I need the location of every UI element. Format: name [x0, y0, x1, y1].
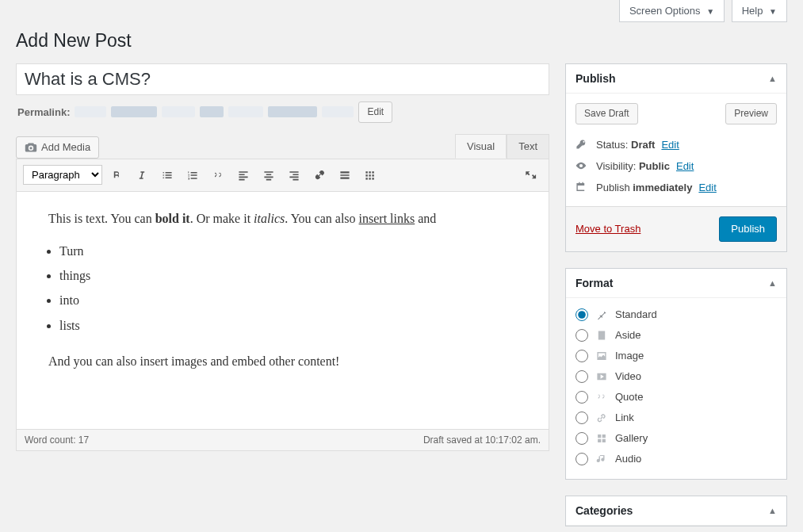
visibility-edit-link[interactable]: Edit — [676, 160, 694, 172]
list-item: things — [59, 265, 517, 286]
format-option-aside[interactable]: Aside — [575, 325, 777, 346]
align-center-button[interactable] — [258, 164, 280, 186]
tab-visual[interactable]: Visual — [455, 134, 507, 159]
editor-tabs: Visual Text — [455, 134, 549, 159]
editor-footer: Word count: 17 Draft saved at 10:17:02 a… — [16, 430, 549, 451]
document-icon — [595, 329, 609, 342]
add-media-label: Add Media — [41, 141, 90, 153]
image-icon — [595, 350, 609, 362]
categories-postbox: Categories ▲ — [565, 496, 787, 526]
help-tab[interactable]: Help ▼ — [732, 0, 787, 22]
status-row: Status: Draft Edit — [566, 134, 786, 155]
link-button[interactable] — [308, 164, 331, 186]
svg-rect-3 — [365, 174, 367, 176]
toggle-icon[interactable]: ▲ — [768, 506, 777, 515]
bullet-list-button[interactable] — [156, 164, 178, 186]
content-list: Turn things into lists — [59, 240, 517, 336]
permalink-redacted — [162, 106, 195, 117]
format-option-gallery[interactable]: Gallery — [575, 428, 777, 449]
format-option-standard[interactable]: Standard — [575, 304, 777, 325]
permalink-edit-button[interactable]: Edit — [358, 101, 392, 123]
word-count: Word count: 17 — [25, 434, 89, 446]
format-option-image[interactable]: Image — [575, 346, 777, 366]
format-radio[interactable] — [575, 329, 588, 342]
svg-rect-2 — [372, 171, 373, 173]
format-label: Quote — [615, 391, 643, 403]
editor-content[interactable]: This is text. You can bold it. Or make i… — [16, 192, 549, 430]
move-to-trash-link[interactable]: Move to Trash — [575, 223, 640, 235]
svg-rect-4 — [369, 174, 370, 176]
format-option-audio[interactable]: Audio — [575, 449, 777, 469]
visibility-row: Visibility: Public Edit — [566, 155, 786, 177]
svg-rect-8 — [372, 178, 373, 179]
permalink-row: Permalink: Edit — [16, 95, 549, 134]
toggle-icon[interactable]: ▲ — [768, 278, 777, 288]
kitchen-sink-button[interactable] — [359, 164, 381, 186]
permalink-redacted — [322, 106, 354, 117]
svg-rect-5 — [372, 174, 373, 176]
format-option-link[interactable]: Link — [575, 408, 777, 428]
format-label: Standard — [615, 308, 657, 320]
content-paragraph: This is text. You can bold it. Or make i… — [48, 208, 517, 229]
preview-button[interactable]: Preview — [725, 103, 777, 124]
schedule-edit-link[interactable]: Edit — [698, 182, 716, 193]
camera-icon — [25, 141, 37, 154]
screen-options-tab[interactable]: Screen Options ▼ — [619, 0, 725, 22]
categories-heading: Categories — [575, 504, 633, 517]
link-icon — [595, 411, 609, 424]
format-select[interactable]: Paragraph — [23, 165, 102, 185]
publish-heading: Publish — [575, 72, 616, 85]
status-edit-link[interactable]: Edit — [661, 139, 679, 151]
bold-button[interactable] — [105, 164, 128, 186]
add-media-button[interactable]: Add Media — [16, 136, 99, 159]
permalink-redacted — [268, 106, 317, 117]
readmore-button[interactable] — [334, 164, 356, 186]
format-option-video[interactable]: Video — [575, 366, 777, 387]
blockquote-button[interactable] — [207, 164, 229, 186]
list-item: Turn — [59, 240, 517, 262]
format-label: Aside — [615, 329, 641, 341]
gallery-icon — [595, 432, 609, 445]
calendar-icon — [575, 182, 590, 193]
list-item: lists — [59, 315, 517, 336]
format-option-quote[interactable]: Quote — [575, 387, 777, 408]
format-radio[interactable] — [575, 308, 588, 321]
list-item: into — [59, 289, 517, 311]
permalink-label: Permalink: — [17, 106, 70, 118]
fullscreen-button[interactable] — [520, 164, 542, 186]
format-label: Audio — [615, 453, 641, 465]
align-left-button[interactable] — [232, 164, 254, 186]
schedule-row: Publish immediately Edit — [566, 177, 786, 198]
svg-rect-1 — [369, 171, 370, 173]
format-label: Image — [615, 350, 644, 362]
save-draft-button[interactable]: Save Draft — [575, 103, 638, 124]
toggle-icon[interactable]: ▲ — [768, 74, 777, 83]
svg-rect-6 — [365, 178, 367, 179]
format-label: Link — [615, 411, 634, 423]
editor-toolbar: Paragraph — [16, 159, 549, 192]
tab-text[interactable]: Text — [507, 134, 549, 159]
permalink-redacted — [228, 106, 263, 117]
align-right-button[interactable] — [283, 164, 305, 186]
svg-rect-7 — [369, 178, 370, 179]
numbered-list-button[interactable] — [182, 164, 204, 186]
page-title: Add New Post — [16, 30, 787, 52]
publish-postbox: Publish ▲ Save Draft Preview Status: Dra… — [565, 63, 787, 252]
quote-icon — [595, 391, 609, 404]
audio-icon — [595, 453, 609, 465]
video-icon — [595, 370, 609, 383]
format-radio[interactable] — [575, 370, 588, 383]
format-radio[interactable] — [575, 411, 588, 424]
italic-button[interactable] — [131, 164, 153, 186]
caret-down-icon: ▼ — [769, 7, 777, 16]
format-label: Video — [615, 370, 641, 382]
format-radio[interactable] — [575, 350, 588, 362]
post-title-input[interactable] — [16, 63, 549, 95]
format-radio[interactable] — [575, 432, 588, 445]
format-postbox: Format ▲ Standard Aside Image — [565, 268, 787, 480]
format-radio[interactable] — [575, 453, 588, 465]
format-radio[interactable] — [575, 391, 588, 404]
publish-button[interactable]: Publish — [719, 216, 777, 242]
content-paragraph: And you can also insert images and embed… — [48, 350, 517, 372]
permalink-redacted — [200, 106, 224, 117]
